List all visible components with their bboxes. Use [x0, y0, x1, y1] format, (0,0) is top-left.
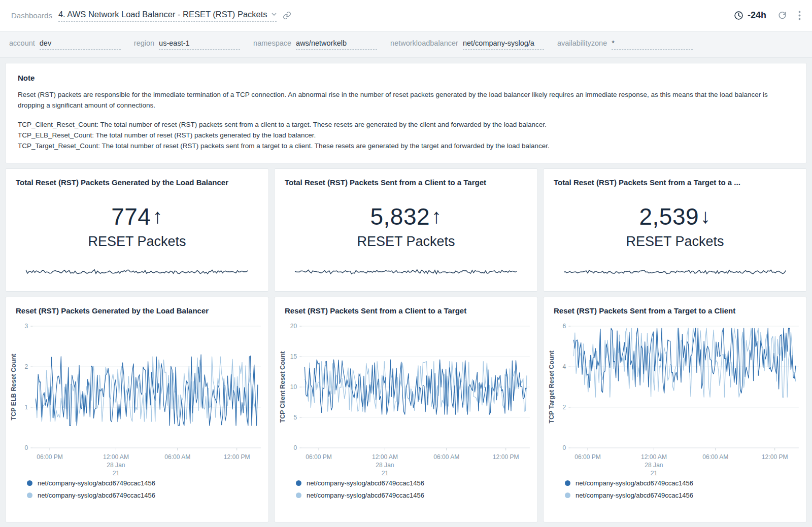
- filter-value[interactable]: us-east-1: [159, 39, 240, 50]
- svg-text:28 Jan: 28 Jan: [107, 462, 125, 469]
- breadcrumb[interactable]: Dashboards: [11, 11, 52, 20]
- svg-text:15: 15: [290, 353, 297, 360]
- svg-text:12:00 AM: 12:00 AM: [641, 453, 667, 461]
- line-chart[interactable]: 0510152006:00 PM12:00 AM06:00 AM12:00 PM…: [278, 319, 534, 478]
- kebab-menu-icon[interactable]: [798, 11, 801, 20]
- svg-text:28 Jan: 28 Jan: [376, 462, 394, 469]
- note-paragraph: Reset (RST) packets are responsible for …: [18, 90, 794, 111]
- filter-value[interactable]: net/company-syslog/a: [463, 39, 544, 50]
- chart-legend: net/company-syslog/abcd6749ccac1456 net/…: [6, 478, 268, 502]
- legend-color-dot: [565, 493, 570, 498]
- legend-item[interactable]: net/company-syslog/abcd6749ccac1456: [565, 491, 796, 499]
- link-icon[interactable]: [283, 11, 291, 20]
- note-title: Note: [18, 74, 794, 82]
- filter-account[interactable]: account dev: [9, 39, 121, 50]
- legend-color-dot: [296, 480, 301, 486]
- chart-panels-row: Reset (RST) Packets Generated by the Loa…: [5, 297, 807, 522]
- svg-text:06:00 PM: 06:00 PM: [306, 453, 332, 461]
- filter-label: networkloadbalancer: [390, 39, 458, 47]
- legend-item[interactable]: net/company-syslog/abcd6749ccac1456: [27, 491, 258, 499]
- sparkline: [562, 267, 788, 276]
- stat-unit: RESET Packets: [357, 234, 455, 250]
- stat-panel-elb-reset: Total Reset (RST) Packets Generated by t…: [5, 168, 269, 292]
- chart-panel-target-reset: Reset (RST) Packets Sent from a Target t…: [543, 297, 807, 522]
- page-title: 4. AWS Network Load Balancer - RESET (RS…: [58, 10, 267, 19]
- stat-unit: RESET Packets: [88, 234, 186, 250]
- filter-networkloadbalancer[interactable]: networkloadbalancer net/company-syslog/a: [390, 39, 544, 50]
- stat-panel-target-reset: Total Reset (RST) Packets Sent from a Ta…: [543, 168, 807, 292]
- legend-label: net/company-syslog/abcd6749ccac1456: [38, 479, 155, 487]
- legend-label: net/company-syslog/abcd6749ccac1456: [576, 491, 693, 499]
- filter-namespace[interactable]: namespace aws/networkelb: [253, 39, 377, 50]
- svg-text:28 Jan: 28 Jan: [645, 462, 663, 469]
- legend-item[interactable]: net/company-syslog/abcd6749ccac1456: [296, 491, 527, 499]
- stat-number: 5,832: [370, 203, 430, 230]
- legend-label: net/company-syslog/abcd6749ccac1456: [576, 479, 693, 487]
- time-range-button[interactable]: -24h: [734, 10, 766, 21]
- svg-text:0: 0: [563, 444, 566, 451]
- panel-title: Reset (RST) Packets Sent from a Client t…: [275, 297, 537, 318]
- filter-value[interactable]: dev: [40, 39, 121, 50]
- svg-text:12:00 AM: 12:00 AM: [103, 453, 129, 461]
- chart-legend: net/company-syslog/abcd6749ccac1456 net/…: [275, 478, 537, 502]
- svg-text:12:00 PM: 12:00 PM: [493, 453, 519, 461]
- svg-text:21: 21: [113, 470, 120, 477]
- legend-label: net/company-syslog/abcd6749ccac1456: [307, 491, 424, 499]
- legend-color-dot: [27, 493, 32, 498]
- top-bar: Dashboards 4. AWS Network Load Balancer …: [0, 0, 812, 31]
- panel-title: Reset (RST) Packets Sent from a Target t…: [544, 297, 806, 318]
- svg-text:4: 4: [563, 363, 566, 370]
- dashboard-title-dropdown[interactable]: 4. AWS Network Load Balancer - RESET (RS…: [58, 10, 277, 22]
- svg-text:06:00 AM: 06:00 AM: [164, 453, 190, 461]
- stat-value: 774 ↑: [111, 203, 163, 230]
- svg-text:12:00 PM: 12:00 PM: [224, 453, 250, 461]
- filter-bar: account dev region us-east-1 namespace a…: [0, 31, 812, 58]
- filter-value[interactable]: aws/networkelb: [296, 39, 377, 50]
- note-panel: Note Reset (RST) packets are responsible…: [5, 63, 807, 163]
- trend-up-icon: ↑: [431, 205, 442, 228]
- legend-label: net/company-syslog/abcd6749ccac1456: [307, 479, 424, 487]
- legend-item[interactable]: net/company-syslog/abcd6749ccac1456: [565, 479, 796, 487]
- svg-text:20: 20: [290, 323, 297, 330]
- filter-label: availabilityzone: [557, 39, 607, 47]
- line-chart[interactable]: 012306:00 PM12:00 AM06:00 AM12:00 PM28 J…: [9, 319, 265, 478]
- refresh-icon[interactable]: [777, 11, 787, 20]
- filter-label: region: [134, 39, 154, 47]
- stat-number: 2,539: [639, 203, 699, 230]
- trend-down-icon: ↓: [700, 205, 711, 228]
- svg-text:10: 10: [290, 383, 297, 391]
- line-chart[interactable]: 024606:00 PM12:00 AM06:00 AM12:00 PM28 J…: [547, 319, 803, 478]
- filter-availabilityzone[interactable]: availabilityzone *: [557, 39, 693, 50]
- svg-text:06:00 AM: 06:00 AM: [433, 453, 459, 461]
- sparkline: [24, 267, 250, 276]
- svg-text:06:00 AM: 06:00 AM: [702, 453, 728, 461]
- clock-icon: [734, 11, 743, 20]
- filter-region[interactable]: region us-east-1: [134, 39, 240, 50]
- legend-item[interactable]: net/company-syslog/abcd6749ccac1456: [27, 479, 258, 487]
- panel-title: Total Reset (RST) Packets Sent from a Cl…: [275, 169, 537, 190]
- legend-label: net/company-syslog/abcd6749ccac1456: [38, 491, 155, 499]
- chart-legend: net/company-syslog/abcd6749ccac1456 net/…: [544, 478, 806, 502]
- filter-value[interactable]: *: [612, 39, 693, 50]
- legend-color-dot: [27, 480, 32, 486]
- filter-label: namespace: [253, 39, 291, 47]
- stat-value: 5,832 ↑: [370, 203, 442, 230]
- svg-text:0: 0: [25, 444, 28, 451]
- svg-text:TCP Target Reset Count: TCP Target Reset Count: [548, 350, 555, 423]
- chart-panel-client-reset: Reset (RST) Packets Sent from a Client t…: [274, 297, 538, 522]
- svg-text:2: 2: [563, 404, 566, 411]
- legend-color-dot: [296, 493, 301, 498]
- stat-unit: RESET Packets: [626, 234, 724, 250]
- svg-text:TCP Client Reset Count: TCP Client Reset Count: [279, 350, 286, 423]
- panel-title: Reset (RST) Packets Generated by the Loa…: [6, 297, 268, 318]
- note-line: TCP_ELB_Reset_Count: The total number of…: [18, 130, 794, 141]
- legend-color-dot: [565, 480, 570, 486]
- svg-text:12:00 PM: 12:00 PM: [762, 453, 788, 461]
- panel-title: Total Reset (RST) Packets Generated by t…: [6, 169, 268, 190]
- chart-panel-elb-reset: Reset (RST) Packets Generated by the Loa…: [5, 297, 269, 522]
- svg-text:12:00 AM: 12:00 AM: [372, 453, 398, 461]
- sparkline: [293, 267, 519, 276]
- note-line: TCP_Client_Reset_Count: The total number…: [18, 120, 794, 130]
- legend-item[interactable]: net/company-syslog/abcd6749ccac1456: [296, 479, 527, 487]
- note-line: TCP_Target_Reset_Count: The total number…: [18, 141, 794, 152]
